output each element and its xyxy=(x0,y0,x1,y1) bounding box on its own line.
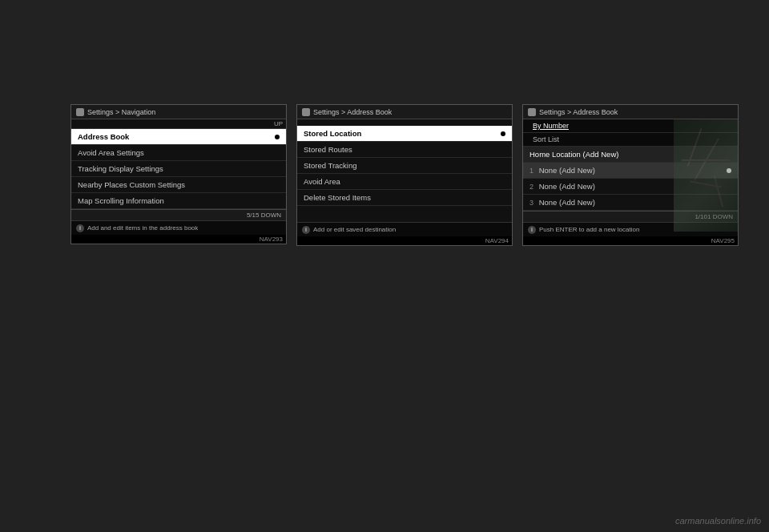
screen1-navigation: Settings > Navigation UP Address Book Av… xyxy=(70,104,287,244)
screen2-addressbook: Settings > Address Book Stored Location … xyxy=(296,104,513,246)
screen1-bottom-bar: 5/15 DOWN xyxy=(71,209,286,220)
screen1-item-tracking[interactable]: Tracking Display Settings xyxy=(71,161,286,177)
screen1-item-nearby[interactable]: Nearby Places Custom Settings xyxy=(71,177,286,193)
screen1-info-text: Add and edit items in the address book xyxy=(87,224,198,232)
screen2-nav-code: NAV294 xyxy=(297,236,512,245)
screen1-item-addressbook[interactable]: Address Book xyxy=(71,129,286,145)
screen2-item-deletestored[interactable]: Delete Stored Items xyxy=(297,190,512,206)
item-number-3: 3 xyxy=(529,199,533,207)
screen2-filler xyxy=(297,206,512,222)
screen2-spacer xyxy=(297,119,512,126)
screen1-up-label: UP xyxy=(71,119,286,129)
screen2-info-text: Add or edit saved destination xyxy=(313,226,396,233)
screen3-info-text: Push ENTER to add a new location xyxy=(539,226,639,233)
screen2-titlebar: Settings > Address Book xyxy=(297,105,512,119)
screen2-item-storedroutes[interactable]: Stored Routes xyxy=(297,142,512,158)
screen1-titlebar: Settings > Navigation xyxy=(71,105,286,119)
screen2-title: Settings > Address Book xyxy=(313,108,392,116)
screen3-stored-locations: Settings > Address Book By Number Sort L… xyxy=(522,104,739,246)
screen3-titlebar: Settings > Address Book xyxy=(523,105,738,119)
info-icon-2: i xyxy=(302,226,310,234)
screen1-item-avoidarea[interactable]: Avoid Area Settings xyxy=(71,145,286,161)
info-icon: i xyxy=(76,224,84,232)
selected-dot xyxy=(275,135,280,139)
screen1-item-mapscrolling[interactable]: Map Scrolling Information xyxy=(71,193,286,209)
screen1-nav-code: NAV293 xyxy=(71,235,286,244)
screen3-nav-code: NAV295 xyxy=(523,236,738,245)
map-road-3 xyxy=(714,175,723,207)
screen2-item-avoidarea[interactable]: Avoid Area xyxy=(297,174,512,190)
screen1-page-indicator: 5/15 DOWN xyxy=(247,212,281,219)
screen2-item-storedlocation[interactable]: Stored Location xyxy=(297,126,512,142)
screen1-info-bar: i Add and edit items in the address book xyxy=(71,220,286,235)
map-background xyxy=(674,119,738,232)
screen2-info-bar: i Add or edit saved destination xyxy=(297,222,512,236)
screen2-item-storedtracking[interactable]: Stored Tracking xyxy=(297,158,512,174)
gear-icon-3 xyxy=(528,108,536,116)
page-background: Settings > Navigation UP Address Book Av… xyxy=(0,0,769,532)
watermark: carmanualsonline.info xyxy=(675,516,761,526)
gear-icon xyxy=(76,108,84,116)
item-number-1: 1 xyxy=(529,167,533,175)
info-icon-3: i xyxy=(528,226,536,234)
screen1-title: Settings > Navigation xyxy=(87,108,155,116)
item-number-2: 2 xyxy=(529,183,533,191)
gear-icon-2 xyxy=(302,108,310,116)
screens-container: Settings > Navigation UP Address Book Av… xyxy=(48,104,761,246)
screen3-title: Settings > Address Book xyxy=(539,108,618,116)
selected-dot-2 xyxy=(501,131,505,136)
